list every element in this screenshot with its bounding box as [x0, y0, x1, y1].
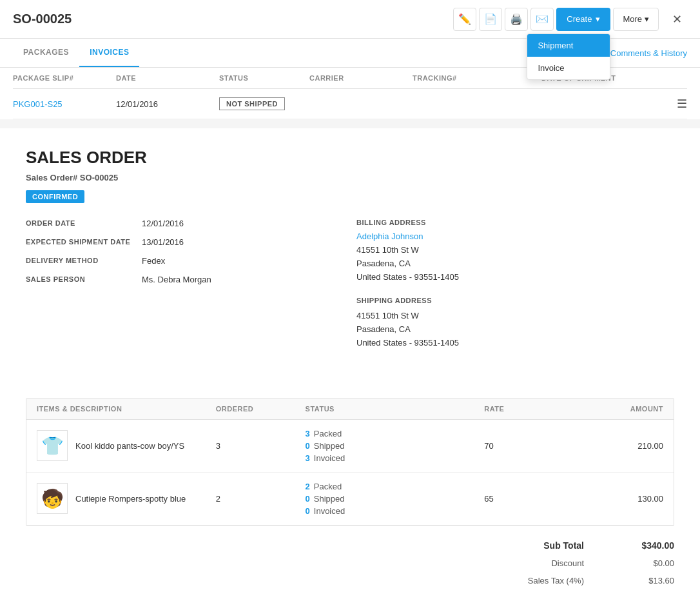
print-button[interactable]: 🖨️	[505, 8, 528, 31]
items-table: ITEMS & DESCRIPTION ORDERED STATUS RATE …	[26, 398, 674, 526]
billing-line3: United States - 93551-1405	[356, 271, 674, 284]
shipping-line3: United States - 93551-1405	[356, 337, 674, 350]
email-button[interactable]: ✉️	[530, 8, 554, 31]
not-shipped-badge: NOT SHIPPED	[219, 97, 285, 110]
pdf-button[interactable]: 📄	[479, 8, 502, 31]
sales-person-field: SALES PERSON Ms. Debra Morgan	[26, 275, 344, 284]
discount-value: $0.00	[610, 558, 674, 568]
status-line-invoiced-1: 3 Invoiced	[306, 453, 485, 463]
order-date-field: ORDER DATE 12/01/2016	[26, 219, 344, 228]
dropdown-item-shipment[interactable]: Shipment	[527, 34, 610, 57]
create-button[interactable]: Create ▾	[556, 8, 610, 31]
status-line-packed-2: 2 Packed	[306, 482, 485, 491]
billing-line1: 41551 10th St W	[356, 244, 674, 257]
tab-right-section: Comments & History	[610, 48, 687, 58]
col-status: STATUS	[219, 74, 309, 82]
so-body: ORDER DATE 12/01/2016 EXPECTED SHIPMENT …	[26, 219, 674, 363]
dropdown-item-invoice[interactable]: Invoice	[527, 57, 610, 79]
page-title: SO-00025	[13, 12, 453, 26]
item-row: 👕 Kool kiddo pants-cow boy/YS 3 3 Packed…	[26, 420, 674, 473]
status-line-packed-1: 3 Packed	[306, 429, 485, 438]
subtotal-row: Sub Total $340.00	[26, 536, 674, 555]
col-tracking: TRACKING#	[413, 74, 541, 82]
package-date: 12/01/2016	[116, 99, 219, 109]
package-slip-link[interactable]: PKG001-S25	[13, 99, 63, 109]
chevron-down-icon: ▾	[596, 14, 600, 24]
header-actions: ✏️ 📄 🖨️ ✉️ Create ▾ Shipment Invoice Mor…	[453, 8, 687, 31]
confirmed-badge: CONFIRMED	[26, 190, 84, 203]
more-button[interactable]: More ▾	[613, 8, 659, 31]
billing-line2: Pasadena, CA	[356, 257, 674, 271]
so-left: ORDER DATE 12/01/2016 EXPECTED SHIPMENT …	[26, 219, 344, 363]
so-number: Sales Order# SO-00025	[26, 173, 674, 182]
so-title: SALES ORDER	[26, 148, 674, 168]
totals-section: Sub Total $340.00 Discount $0.00 Sales T…	[0, 526, 700, 590]
close-button[interactable]: ✕	[666, 9, 687, 30]
sales-order-section: SALES ORDER Sales Order# SO-00025 CONFIR…	[0, 124, 700, 382]
item-rate-2: 65	[484, 494, 574, 504]
tax-label: Sales Tax (4%)	[507, 576, 610, 585]
tab-invoices[interactable]: INVOICES	[79, 39, 139, 67]
discount-row: Discount $0.00	[26, 555, 674, 572]
comments-history-link[interactable]: Comments & History	[610, 48, 687, 58]
item-image-1: 👕	[37, 430, 68, 461]
item-name-2: Cutiepie Rompers-spotty blue	[75, 494, 186, 504]
so-right: BILLING ADDRESS Adelphia Johnson 41551 1…	[356, 219, 674, 363]
col-pkg-slip: PACKAGE SLIP#	[13, 74, 116, 82]
item-status-cell-1: 3 Packed 0 Shipped 3 Invoiced	[306, 429, 485, 463]
tax-value: $13.60	[610, 576, 674, 585]
item-ordered-1: 3	[216, 441, 306, 451]
divider	[0, 119, 700, 124]
subtotal-value: $340.00	[610, 540, 674, 551]
shipping-line2: Pasadena, CA	[356, 323, 674, 337]
item-rate-1: 70	[484, 441, 574, 451]
delivery-method-field: DELIVERY METHOD Fedex	[26, 256, 344, 266]
item-icon-2: 🧒	[41, 488, 64, 509]
billing-name: Adelphia Johnson	[356, 231, 674, 241]
status-line-invoiced-2: 0 Invoiced	[306, 506, 485, 516]
items-table-header: ITEMS & DESCRIPTION ORDERED STATUS RATE …	[26, 398, 674, 420]
subtotal-label: Sub Total	[507, 540, 610, 551]
item-image-2: 🧒	[37, 483, 68, 514]
tax-row: Sales Tax (4%) $13.60	[26, 572, 674, 589]
table-row: PKG001-S25 12/01/2016 NOT SHIPPED ☰	[13, 89, 687, 119]
tab-packages[interactable]: PACKAGES	[13, 39, 79, 67]
create-dropdown-menu: Shipment Invoice	[527, 34, 610, 80]
chevron-down-icon: ▾	[645, 14, 649, 24]
row-menu-icon[interactable]: ☰	[677, 97, 687, 111]
create-dropdown-container: Create ▾ Shipment Invoice	[556, 8, 610, 31]
item-amount-2: 130.00	[574, 494, 663, 504]
item-amount-1: 210.00	[574, 441, 663, 451]
item-ordered-2: 2	[216, 494, 306, 504]
col-date: DATE	[116, 74, 219, 82]
shipping-address-section: SHIPPING ADDRESS 41551 10th St W Pasaden…	[356, 297, 674, 349]
so-number-value: SO-00025	[80, 173, 118, 182]
item-row: 🧒 Cutiepie Rompers-spotty blue 2 2 Packe…	[26, 473, 674, 526]
billing-address-section: BILLING ADDRESS Adelphia Johnson 41551 1…	[356, 219, 674, 284]
item-name-1: Kool kiddo pants-cow boy/YS	[75, 441, 184, 451]
status-line-shipped-1: 0 Shipped	[306, 441, 485, 451]
shipping-line1: 41551 10th St W	[356, 310, 674, 323]
status-line-shipped-2: 0 Shipped	[306, 494, 485, 504]
item-icon-1: 👕	[41, 435, 64, 457]
edit-button[interactable]: ✏️	[453, 8, 476, 31]
col-carrier: CARRIER	[309, 74, 413, 82]
expected-shipment-field: EXPECTED SHIPMENT DATE 13/01/2016	[26, 237, 344, 247]
item-name-cell: 🧒 Cutiepie Rompers-spotty blue	[37, 483, 216, 514]
discount-label: Discount	[507, 558, 610, 568]
item-status-cell-2: 2 Packed 0 Shipped 0 Invoiced	[306, 482, 485, 516]
page-header: SO-00025 ✏️ 📄 🖨️ ✉️ Create ▾ Shipment In…	[0, 0, 700, 39]
item-name-cell: 👕 Kool kiddo pants-cow boy/YS	[37, 430, 216, 461]
